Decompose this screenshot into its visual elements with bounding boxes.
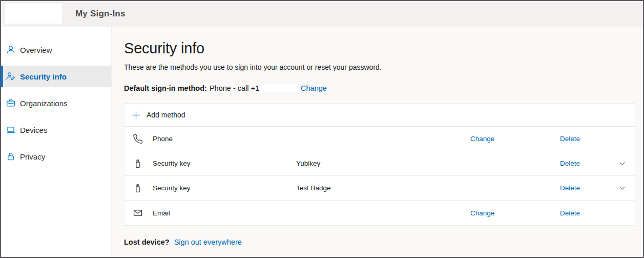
method-row-phone: Phone Change Delete — [124, 127, 635, 151]
phone-change-link[interactable]: Change — [470, 135, 560, 143]
person-icon — [6, 45, 16, 55]
default-method-change-link[interactable]: Change — [301, 84, 327, 92]
sidebar-item-security-info[interactable]: Security info — [1, 66, 111, 87]
method-name: Security key — [153, 184, 296, 192]
add-method-button[interactable]: Add method — [124, 104, 635, 127]
sidebar-item-devices[interactable]: Devices — [1, 119, 111, 141]
method-detail: Test Badge — [296, 184, 470, 192]
security-methods-table: Add method Phone Change Delete — [124, 103, 635, 226]
org-logo — [5, 4, 62, 24]
lost-device-label: Lost device? — [124, 238, 170, 246]
lock-icon — [6, 151, 16, 162]
sidebar-item-label: Organizations — [20, 99, 68, 108]
lost-device-line: Lost device? Sign out everywhere — [124, 238, 643, 246]
security-key-2-delete-link[interactable]: Delete — [560, 184, 616, 192]
default-method-value: Phone - call +1 — [210, 84, 259, 92]
security-key-2-expand-button[interactable] — [616, 183, 628, 194]
my-signins-page: My Sign-Ins Overview — [0, 0, 644, 258]
briefcase-icon — [6, 98, 16, 108]
top-header-bar: My Sign-Ins — [1, 1, 643, 27]
sidebar-item-label: Overview — [20, 46, 52, 54]
email-delete-link[interactable]: Delete — [560, 209, 616, 217]
method-detail: Yubikey — [296, 160, 470, 167]
security-key-1-delete-link[interactable]: Delete — [560, 160, 616, 167]
laptop-icon — [6, 125, 16, 135]
sign-out-everywhere-link[interactable]: Sign out everywhere — [174, 238, 242, 246]
sidebar-item-label: Privacy — [20, 152, 45, 161]
app-title: My Sign-Ins — [75, 9, 126, 19]
method-name: Email — [153, 209, 296, 217]
email-change-link[interactable]: Change — [470, 209, 560, 217]
phone-icon — [132, 133, 143, 145]
usb-key-icon — [132, 183, 143, 194]
chevron-down-icon — [618, 159, 627, 168]
method-row-security-key-yubikey: Security key Yubikey Delete — [124, 151, 635, 176]
phone-delete-link[interactable]: Delete — [560, 135, 616, 143]
plus-icon — [131, 110, 141, 120]
method-row-security-key-test-badge: Security key Test Badge Delete — [124, 176, 635, 201]
default-signin-method-line: Default sign-in method: Phone - call +1 … — [124, 84, 643, 92]
page-title: Security info — [124, 40, 643, 57]
usb-key-icon — [132, 158, 143, 169]
chevron-down-icon — [618, 184, 627, 192]
person-pen-icon — [6, 71, 16, 82]
redacted-phone-number — [260, 84, 298, 92]
sidebar-item-overview[interactable]: Overview — [1, 39, 111, 61]
sidebar-item-privacy[interactable]: Privacy — [1, 146, 111, 167]
security-key-1-expand-button[interactable] — [616, 158, 628, 169]
sidebar-item-organizations[interactable]: Organizations — [1, 92, 111, 114]
page-description: These are the methods you use to sign in… — [124, 63, 643, 71]
sidebar-nav: Overview Security info — [1, 27, 112, 258]
email-icon — [132, 207, 143, 219]
method-name: Security key — [153, 160, 296, 167]
sidebar-item-label: Security info — [20, 72, 67, 81]
add-method-label: Add method — [147, 111, 185, 119]
main-content: Security info These are the methods you … — [112, 27, 643, 258]
sidebar-item-label: Devices — [20, 126, 47, 134]
method-row-email: Email Change Delete — [124, 201, 635, 225]
default-method-label: Default sign-in method: — [124, 84, 207, 92]
method-name: Phone — [153, 135, 296, 143]
